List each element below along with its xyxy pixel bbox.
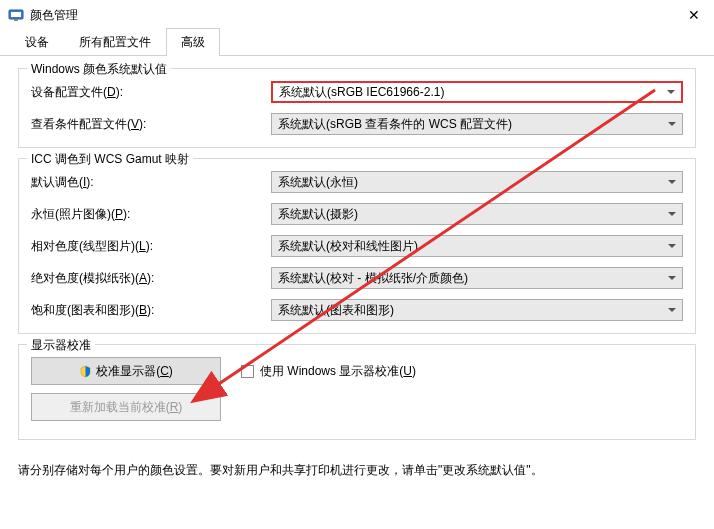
group-title: ICC 调色到 WCS Gamut 映射 bbox=[27, 151, 193, 168]
viewing-profile-select[interactable]: 系统默认(sRGB 查看条件的 WCS 配置文件) bbox=[271, 113, 683, 135]
saturation-label: 饱和度(图表和图形)(B): bbox=[31, 302, 271, 319]
tab-device[interactable]: 设备 bbox=[10, 28, 64, 55]
default-intent-select[interactable]: 系统默认(永恒) bbox=[271, 171, 683, 193]
relative-select[interactable]: 系统默认(校对和线性图片) bbox=[271, 235, 683, 257]
titlebar: 颜色管理 ✕ bbox=[0, 0, 714, 30]
group-display-calibration: 显示器校准 校准显示器(C) 重新加载当前校准(R) bbox=[18, 344, 696, 440]
content-area: Windows 颜色系统默认值 设备配置文件(D): 系统默认(sRGB IEC… bbox=[0, 56, 714, 458]
perceptual-select[interactable]: 系统默认(摄影) bbox=[271, 203, 683, 225]
window-title: 颜色管理 bbox=[30, 7, 78, 24]
group-icc-gamut: ICC 调色到 WCS Gamut 映射 默认调色(I): 系统默认(永恒) 永… bbox=[18, 158, 696, 334]
tab-advanced[interactable]: 高级 bbox=[166, 28, 220, 56]
tab-profiles[interactable]: 所有配置文件 bbox=[64, 28, 166, 55]
svg-rect-1 bbox=[11, 12, 21, 17]
default-intent-label: 默认调色(I): bbox=[31, 174, 271, 191]
use-windows-calibration-label: 使用 Windows 显示器校准(U) bbox=[260, 363, 416, 380]
reload-calibration-button[interactable]: 重新加载当前校准(R) bbox=[31, 393, 221, 421]
shield-icon bbox=[79, 365, 92, 378]
group-title: Windows 颜色系统默认值 bbox=[27, 61, 171, 78]
group-title: 显示器校准 bbox=[27, 337, 95, 354]
viewing-profile-label: 查看条件配置文件(V): bbox=[31, 116, 271, 133]
relative-label: 相对色度(线型图片)(L): bbox=[31, 238, 271, 255]
close-button[interactable]: ✕ bbox=[674, 0, 714, 30]
absolute-select[interactable]: 系统默认(校对 - 模拟纸张/介质颜色) bbox=[271, 267, 683, 289]
use-windows-calibration-checkbox[interactable] bbox=[241, 365, 254, 378]
perceptual-label: 永恒(照片图像)(P): bbox=[31, 206, 271, 223]
app-icon bbox=[8, 7, 24, 23]
saturation-select[interactable]: 系统默认(图表和图形) bbox=[271, 299, 683, 321]
group-windows-defaults: Windows 颜色系统默认值 设备配置文件(D): 系统默认(sRGB IEC… bbox=[18, 68, 696, 148]
absolute-label: 绝对色度(模拟纸张)(A): bbox=[31, 270, 271, 287]
device-profile-select[interactable]: 系统默认(sRGB IEC61966-2.1) bbox=[271, 81, 683, 103]
calibrate-display-button[interactable]: 校准显示器(C) bbox=[31, 357, 221, 385]
device-profile-label: 设备配置文件(D): bbox=[31, 84, 271, 101]
footer-text: 请分别存储对每个用户的颜色设置。要对新用户和共享打印机进行更改，请单击"更改系统… bbox=[0, 458, 714, 483]
tab-bar: 设备 所有配置文件 高级 bbox=[0, 30, 714, 56]
use-windows-calibration: 使用 Windows 显示器校准(U) bbox=[241, 363, 416, 380]
svg-rect-2 bbox=[14, 19, 18, 21]
